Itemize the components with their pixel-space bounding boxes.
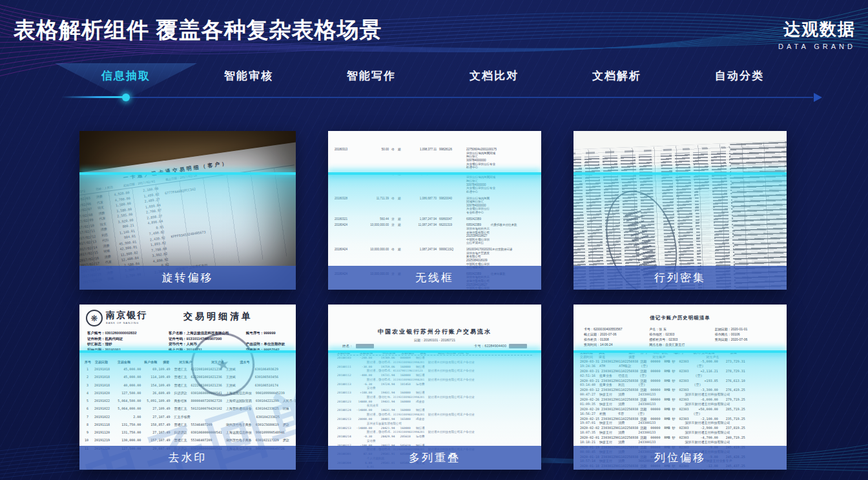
card-dense-grid: 行列密集 xyxy=(574,131,787,290)
card-watermark-removal: ❋ 南京银行 BANK OF NANJING 交易明细清单 客户账号：03012… xyxy=(79,305,296,470)
account-fields: 客户账号：0301260000002832客户名称：上海达观信息科技有限公司账号… xyxy=(87,330,291,352)
table-row: 2018031350.00 借期 1,098,377.1199828126 22… xyxy=(335,148,537,170)
name-label: 姓名： xyxy=(342,344,353,348)
card-caption: 旋转偏移 xyxy=(79,266,296,290)
table-header: 交易日期 摘要 储种 序号 币种 钞汇 地区号 收入/支出金额 余额 xyxy=(580,350,780,354)
table-row: 2020-03-21 2303012901102256938 活期 00000 … xyxy=(580,379,780,387)
document-title: 一卡通／银卡通交易明细（客户） xyxy=(79,150,296,192)
caption-text: 多列重叠 xyxy=(409,450,460,465)
field-line: 操作地区：02303 xyxy=(649,332,710,337)
timeline-active-segment xyxy=(61,96,126,98)
caption-text: 去水印 xyxy=(169,450,207,465)
table-row: 2020-02-01 2303012901102256938 活期 00000 … xyxy=(580,435,780,444)
table-row: 2020-02-15 2303012901102256938 活期 00000 … xyxy=(580,417,780,425)
tab-document-parsing[interactable]: 文档解析 xyxy=(555,68,678,83)
redaction-block xyxy=(509,344,527,348)
account-fields: 卡号：6200030400553567截止日期：2020-07-06操作柜员：0… xyxy=(584,326,776,347)
field-line: 授权柜员号：02303 xyxy=(649,337,710,342)
logo-en-text: DATA GRAND xyxy=(778,43,856,50)
card-caption: 多列重叠 xyxy=(328,446,541,470)
card-column-shift: 借记卡账户历史明细清单 卡号：6200030400553567截止日期：2020… xyxy=(574,305,787,470)
field-row: 客户账号：0301260000002832客户名称：上海达观信息科技有限公司账号… xyxy=(87,330,291,336)
field-line: 查询时间：14:06:24 xyxy=(584,342,645,347)
caption-text: 旋转偏移 xyxy=(162,270,214,285)
field-line: 卡号：6200030400553567 xyxy=(584,326,645,332)
tab-document-compare[interactable]: 文档比对 xyxy=(433,68,555,83)
table-row: 12 2017/02/16 消费 11,900.02 7,798.60 xyxy=(79,226,296,265)
table-row: 2020-02-02 2303012901102256938 活期 00000 … xyxy=(580,426,780,434)
table-row: 20180321560.44 贷期 1,087,247.9466860047 6… xyxy=(335,217,537,221)
bank-name: 南京银行 BANK OF NANJING xyxy=(106,310,147,325)
table-row: 2 20191018 45,000.00 114,109.49 普通汇兑 622… xyxy=(85,373,293,381)
field-line: 户名：张 东 xyxy=(649,326,710,332)
caption-text: 列位偏移 xyxy=(654,450,706,465)
timeline-active-dot xyxy=(122,94,130,101)
debit-card-statement-document: 借记卡账户历史明细清单 卡号：6200030400553567截止日期：2020… xyxy=(574,305,787,470)
table-row: 6 2017/02/10 转支 3,920.00 2,898.27 xyxy=(79,194,296,232)
card-caption: 行列密集 xyxy=(574,266,787,290)
field-row: 证件种类：机构代码证证件号码：913101147480907390 xyxy=(87,336,291,342)
field-line: 操作网点：00106 xyxy=(715,332,776,337)
document-subtitle: 客户号：20003*2 币种：人民币 起始日期：2017/02/01 截止日期：… xyxy=(79,160,293,195)
table-row: 2018042410,000,000.00 贷期 11,087,247.9466… xyxy=(335,223,537,245)
table-row: 1 2017/02/03 消费 4,920.00 2,100.00 xyxy=(79,166,295,205)
table-row: 2018032811,711.39 借期 1,086,687.709982004… xyxy=(335,197,537,215)
table-row: 2020-03-31 2303012901102256938 活期 00000 … xyxy=(580,359,780,368)
feature-tabs: 信息抽取 智能审核 智能写作 文档比对 文档解析 自动分类 xyxy=(65,68,801,83)
table-row: 4 2017/02/08 消费 3,580.00 1,699.84 xyxy=(79,183,296,221)
bank-header: ❋ 南京银行 BANK OF NANJING 交易明细清单 xyxy=(86,310,289,326)
name-card-line: 姓名： 卡号：62284904400 xyxy=(342,344,527,348)
card-caption: 列位偏移 xyxy=(574,446,787,470)
timeline-line xyxy=(129,97,813,98)
timeline-arrow-icon xyxy=(814,93,822,102)
caption-text: 行列密集 xyxy=(654,270,706,285)
table-row: 2020-02-26 2303012901102256938 活期 00000 … xyxy=(580,397,780,406)
table-row: 10 2017/02/14 消费 45,900.01 2,439.92 KPFF… xyxy=(79,215,296,254)
table-row: 11 2017/02/15 转账 42,900.01 1,893.02 xyxy=(79,221,296,259)
caption-text: 无线框 xyxy=(415,270,454,285)
table-row: 3 2017/02/07 转支 1,500.00 2,489.27 xyxy=(79,177,296,215)
table-header: 交易日期 交易金额 本次余额 交易地点 摘要 附注/对方账号和户名 xyxy=(337,350,532,355)
tab-auto-classification[interactable]: 自动分类 xyxy=(678,68,801,83)
document-title: 中国农业银行苏州分行账户交易流水 xyxy=(328,328,541,336)
field-line: 操作柜员：01308 xyxy=(584,337,645,342)
table-row: 20180113 +100.00 19431.94 160000 转行通 附付通… xyxy=(337,391,532,399)
card-column-overlap: 中国农业银行苏州分行账户交易流水 日期：20180101 - 20180721 … xyxy=(328,305,541,470)
table-row: 20180328176.02 借期 1,098,399.0999828027 2… xyxy=(335,172,537,194)
field-row: 起始日期：20191001终止日期：20191231交易柜员：99957042 xyxy=(87,347,291,353)
tab-information-extraction[interactable]: 信息抽取 xyxy=(65,68,187,83)
table-row: 7 2017/02/11 消费 800.21 4,896.64 xyxy=(79,199,296,237)
document-title: 借记卡账户历史明细清单 xyxy=(574,315,787,321)
tab-timeline xyxy=(61,95,823,99)
tab-intelligent-review[interactable]: 智能审核 xyxy=(187,68,310,83)
table-row: 20180112 -400.00 19731.94 160000 转行通 附付通… xyxy=(337,374,532,382)
datagrand-logo: 达观数据 DATA GRAND xyxy=(778,18,856,50)
table-subheader: 交易时间 渠道 摘要 对方账户 对方户名 xyxy=(580,355,780,359)
table-row: 8 2017/02/12 利息 1,140.01 0.91 xyxy=(79,205,296,243)
table-row: 20180113 -6.30 19724.94 101450 短信费 安信费 xyxy=(337,383,532,391)
bank-flow-document: 中国农业银行苏州分行账户交易流水 日期：20180101 - 20180721 … xyxy=(328,305,541,470)
fields-column: 户名：张 东操作地区：02303授权柜员号：02303网点名称：自贡汇新支行 xyxy=(649,326,710,347)
bank-name-cn: 南京银行 xyxy=(106,310,147,321)
field-line: 截止日期：2020-07-06 xyxy=(584,332,645,337)
card-caption: 无线框 xyxy=(328,266,541,290)
bank-name-en: BANK OF NANJING xyxy=(106,321,147,325)
table-row: 1 20191018 45,000.00 69,109.49 普通汇兑 6222… xyxy=(85,365,293,373)
card-borderless: 2018031350.00 借期 1,098,377.1199828126 22… xyxy=(328,131,541,290)
document-title: 交易明细清单 xyxy=(147,311,289,323)
table-row: 20180214 -0.30 28429.94 205610 短信费 安信费 xyxy=(337,435,532,443)
card-number-label: 卡号：62284904400 xyxy=(474,344,506,348)
bank-logo-icon: ❋ xyxy=(86,310,103,326)
table-row: 9 2017/02/13 代扣 984.01 7,490.02 xyxy=(79,210,296,248)
date-range: 日期：20180101 - 20180721 xyxy=(328,338,541,342)
field-line: 查询日期：2020-07-06 xyxy=(715,337,776,342)
field-row: 钞汇标志：现钞货币代号：人民币产品说明：单位活期存款 xyxy=(87,341,291,347)
tab-intelligent-writing[interactable]: 智能写作 xyxy=(310,68,433,83)
table-row: 5 2017/02/09 代发 2,505.00 2,700.97 xyxy=(79,188,296,226)
page-title: 表格解析组件 覆盖各种复杂表格场景 xyxy=(14,15,382,45)
fields-column: 起始日期：2020-01-01操作网点：00106查询日期：2020-07-06 xyxy=(715,326,776,347)
table-row: 20180213 -14800.00 28421.94 160000 转行通 附… xyxy=(337,426,532,435)
table-row: 20180123 14800.00 19431.94 160000 现金存 夜间… xyxy=(337,400,532,408)
table-row: 2 2017/02/06 代发 4,700.00 1,499.02 6777FA… xyxy=(79,172,296,210)
field-line: 起始日期：2020-01-01 xyxy=(715,326,776,332)
